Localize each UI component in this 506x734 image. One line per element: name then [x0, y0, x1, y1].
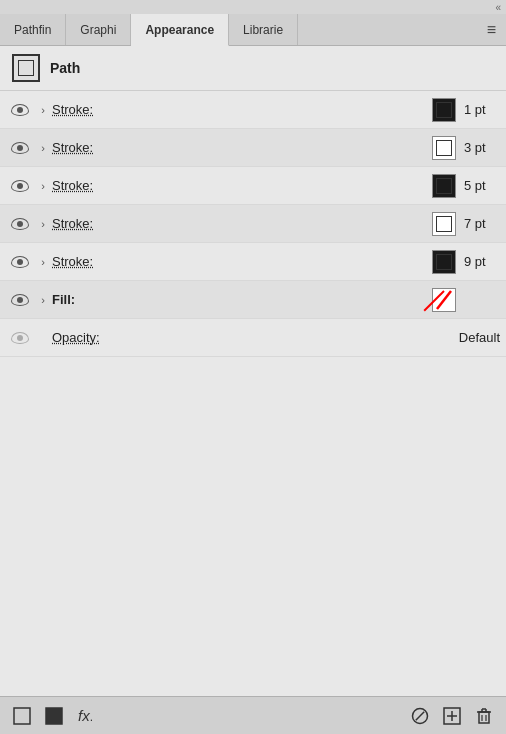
visibility-toggle-fill[interactable] [6, 294, 34, 306]
visibility-toggle-4[interactable] [6, 218, 34, 230]
table-row: › Stroke: 7 pt [0, 205, 506, 243]
swatch-inner-5 [436, 254, 452, 270]
tab-libraries[interactable]: Librarie [229, 14, 298, 45]
no-button[interactable] [408, 704, 432, 728]
stroke-label-3[interactable]: Stroke: [52, 178, 432, 193]
visibility-toggle-3[interactable] [6, 180, 34, 192]
stroke-color-swatch-1[interactable] [432, 98, 456, 122]
bottom-toolbar: fx. [0, 696, 506, 734]
swatch-inner-2 [436, 140, 452, 156]
stroke-color-swatch-5[interactable] [432, 250, 456, 274]
stroke-color-swatch-2[interactable] [432, 136, 456, 160]
table-row: › Stroke: 3 pt [0, 129, 506, 167]
fx-button[interactable]: fx. [74, 707, 97, 724]
empty-square-button[interactable] [10, 704, 34, 728]
delete-button[interactable] [472, 704, 496, 728]
stroke-label-4[interactable]: Stroke: [52, 216, 432, 231]
swatch-inner-1 [436, 102, 452, 118]
stroke-value-5: 9 pt [464, 254, 500, 269]
stroke-value-3: 5 pt [464, 178, 500, 193]
stroke-value-1: 1 pt [464, 102, 500, 117]
expand-chevron-2[interactable]: › [34, 142, 52, 154]
visibility-toggle-2[interactable] [6, 142, 34, 154]
swatch-inner-3 [436, 178, 452, 194]
table-row: › Stroke: 1 pt [0, 91, 506, 129]
path-header: Path [0, 46, 506, 91]
expand-chevron-3[interactable]: › [34, 180, 52, 192]
expand-chevron-5[interactable]: › [34, 256, 52, 268]
appearance-rows: › Stroke: 1 pt › Stroke: 3 pt [0, 91, 506, 696]
opacity-label[interactable]: Opacity: [52, 330, 459, 345]
panel-content: Path › Stroke: 1 pt › [0, 46, 506, 696]
collapse-arrows-icon[interactable]: « [495, 2, 500, 14]
expand-chevron-1[interactable]: › [34, 104, 52, 116]
fill-label[interactable]: Fill: [52, 292, 432, 307]
stroke-color-swatch-4[interactable] [432, 212, 456, 236]
stroke-label-1[interactable]: Stroke: [52, 102, 432, 117]
path-label: Path [50, 60, 80, 76]
tab-pathfinder[interactable]: Pathfin [0, 14, 66, 45]
svg-rect-2 [14, 708, 30, 724]
top-arrow-bar: « [0, 0, 506, 14]
visibility-toggle-5[interactable] [6, 256, 34, 268]
tab-appearance[interactable]: Appearance [131, 14, 229, 46]
svg-rect-9 [479, 712, 489, 723]
path-icon [12, 54, 40, 82]
filled-square-button[interactable] [42, 704, 66, 728]
visibility-toggle-opacity[interactable] [6, 332, 34, 344]
table-row: › Stroke: 5 pt [0, 167, 506, 205]
add-button[interactable] [440, 704, 464, 728]
appearance-panel: « Pathfin Graphi Appearance Librarie ≡ P… [0, 0, 506, 734]
stroke-value-4: 7 pt [464, 216, 500, 231]
tab-bar: Pathfin Graphi Appearance Librarie ≡ [0, 14, 506, 46]
stroke-color-swatch-3[interactable] [432, 174, 456, 198]
expand-chevron-4[interactable]: › [34, 218, 52, 230]
table-row: › Stroke: 9 pt [0, 243, 506, 281]
swatch-inner-4 [436, 216, 452, 232]
stroke-label-2[interactable]: Stroke: [52, 140, 432, 155]
none-fill-icon [433, 289, 455, 311]
expand-chevron-fill[interactable]: › [34, 294, 52, 306]
stroke-label-5[interactable]: Stroke: [52, 254, 432, 269]
svg-line-5 [416, 711, 424, 719]
table-row: › Fill: [0, 281, 506, 319]
opacity-value: Default [459, 330, 500, 345]
visibility-toggle-1[interactable] [6, 104, 34, 116]
panel-menu-button[interactable]: ≡ [477, 14, 506, 45]
tab-graphics[interactable]: Graphi [66, 14, 131, 45]
svg-rect-3 [46, 708, 62, 724]
table-row: › Opacity: Default [0, 319, 506, 357]
fill-color-swatch[interactable] [432, 288, 456, 312]
stroke-value-2: 3 pt [464, 140, 500, 155]
path-icon-inner [18, 60, 34, 76]
